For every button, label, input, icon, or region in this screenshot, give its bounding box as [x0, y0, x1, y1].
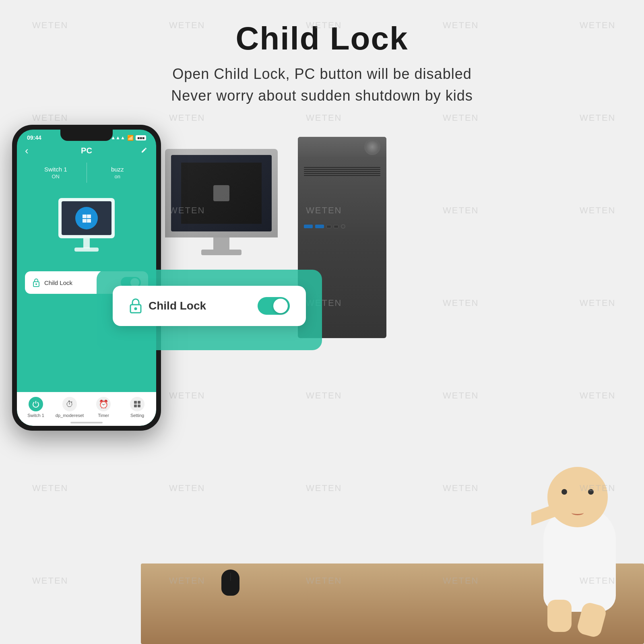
- svg-rect-4: [74, 248, 99, 252]
- pc-ports: [304, 224, 380, 229]
- main-content: 09:44 ▲▲▲ 📶 ■■■ ‹ PC: [0, 125, 644, 644]
- page-title: Child Lock: [0, 20, 644, 57]
- vent-line: [304, 171, 380, 172]
- pc-front: [298, 157, 386, 235]
- nav-icon-timer: ⏰: [96, 397, 111, 411]
- nav-item-setting[interactable]: Setting: [123, 397, 151, 418]
- baby-area: [531, 165, 644, 644]
- subtitle-line2: Never worry about sudden shutdown by kid…: [171, 87, 473, 104]
- child-lock-label-big: Child Lock: [149, 299, 206, 312]
- switch-tab-1-status: ON: [28, 173, 83, 180]
- nav-item-switch1[interactable]: Switch 1: [22, 397, 50, 418]
- monitor: [165, 149, 278, 278]
- toggle-big[interactable]: [258, 297, 290, 315]
- pc-vents: [304, 167, 380, 176]
- app-title: PC: [81, 146, 92, 155]
- switch-tabs: Switch 1 ON buzz on: [25, 163, 148, 183]
- child-lock-big-left: Child Lock: [129, 298, 206, 314]
- watermark-text: WETEN: [443, 113, 479, 123]
- subtitle-line1: Open Child Lock, PC button will be disab…: [172, 66, 471, 82]
- baby-eye-right: [588, 489, 594, 495]
- bottom-nav: Switch 1 ⏱ dp_modereset ⏰ Timer: [17, 392, 156, 426]
- svg-rect-3: [83, 238, 90, 248]
- baby-eye-left: [561, 489, 567, 495]
- nav-icon-setting: [130, 397, 144, 411]
- monitor-shell: [165, 149, 278, 237]
- switch-tab-2-name: buzz: [90, 166, 145, 173]
- svg-rect-7: [134, 401, 137, 404]
- pc-top: [298, 137, 386, 157]
- baby-mouth: [572, 510, 584, 515]
- child-lock-label-phone: Child Lock: [44, 279, 72, 286]
- monitor-screen: [171, 155, 272, 231]
- mouse: [221, 570, 239, 596]
- vent-line: [304, 175, 380, 176]
- vent-line: [304, 169, 380, 170]
- power-led: [341, 224, 345, 229]
- nav-item-dp[interactable]: ⏱ dp_modereset: [56, 397, 84, 418]
- watermark-text: WETEN: [32, 113, 68, 123]
- mouse-divider: [230, 573, 231, 581]
- home-bar: [70, 422, 103, 423]
- monitor-base: [201, 250, 242, 255]
- settings-icon: [133, 400, 142, 409]
- edit-button[interactable]: [141, 146, 148, 155]
- nav-label-setting: Setting: [130, 413, 144, 418]
- vent-line: [304, 173, 380, 174]
- child-lock-card-big: Child Lock: [113, 286, 306, 326]
- power-icon: [32, 400, 40, 408]
- lock-icon-big: [129, 298, 142, 314]
- svg-rect-9: [134, 405, 137, 407]
- header: Child Lock Open Child Lock, PC button wi…: [0, 0, 644, 107]
- svg-rect-10: [138, 405, 140, 407]
- back-button[interactable]: ‹: [25, 144, 29, 157]
- screen-item: [213, 185, 229, 201]
- baby-leg-left: [547, 600, 572, 632]
- lock-icon-phone: [32, 278, 40, 287]
- status-icons: ▲▲▲ 📶 ■■■: [111, 135, 146, 141]
- signal-icon: ▲▲▲: [111, 135, 125, 140]
- nav-icon-power: [29, 397, 43, 411]
- app-header: ‹ PC: [17, 143, 156, 159]
- watermark-text: WETEN: [169, 113, 205, 123]
- usb-port: [304, 225, 313, 228]
- switch-tab-2[interactable]: buzz on: [87, 163, 149, 183]
- nav-icon-dp: ⏱: [62, 397, 77, 411]
- status-time: 09:44: [27, 134, 41, 141]
- child-lock-left: Child Lock: [32, 278, 72, 287]
- nav-label-timer: Timer: [98, 413, 109, 418]
- svg-rect-8: [138, 401, 140, 404]
- nav-item-timer[interactable]: ⏰ Timer: [89, 397, 118, 418]
- nav-label-dp: dp_modereset: [56, 413, 84, 418]
- pc-circle-button: [364, 139, 380, 155]
- monitor-neck: [213, 237, 229, 250]
- switch-tab-2-status: on: [90, 173, 145, 180]
- battery-icon: ■■■: [136, 135, 146, 140]
- header-subtitle: Open Child Lock, PC button will be disab…: [0, 63, 644, 107]
- nav-label-switch1: Switch 1: [27, 413, 44, 418]
- edit-icon: [141, 146, 148, 153]
- vent-line: [304, 167, 380, 168]
- watermark-text: WETEN: [580, 113, 615, 123]
- svg-point-6: [35, 283, 37, 285]
- pc-icon-area: [17, 187, 156, 267]
- scene-bg: [141, 125, 644, 644]
- pc-monitor-icon: [54, 196, 119, 258]
- watermark-text: WETEN: [306, 113, 342, 123]
- screen-content: [181, 163, 262, 224]
- phone-notch: [60, 130, 113, 141]
- wifi-icon: 📶: [127, 135, 134, 141]
- switch-tab-1[interactable]: Switch 1 ON: [25, 163, 87, 183]
- switch-tab-1-name: Switch 1: [28, 166, 83, 173]
- usb-port-2: [315, 225, 324, 228]
- audio-port-2: [334, 225, 339, 228]
- svg-point-12: [134, 308, 137, 310]
- audio-port: [326, 225, 331, 228]
- baby-figure: [531, 423, 644, 644]
- baby-head: [547, 467, 608, 527]
